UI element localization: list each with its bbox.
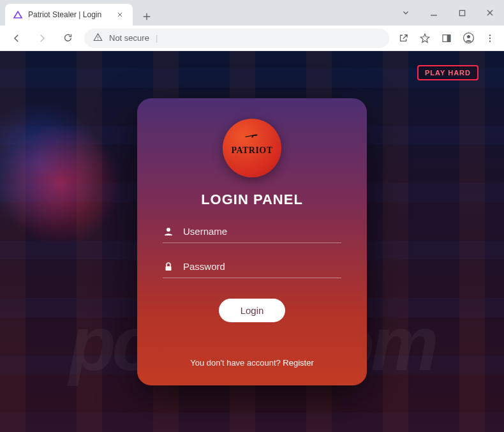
window-maximize-button[interactable] (453, 4, 471, 22)
svg-point-9 (167, 228, 170, 232)
svg-rect-3 (447, 34, 450, 41)
tab-close-button[interactable] (115, 10, 125, 20)
address-security-label: Not secure (109, 33, 149, 43)
kebab-menu-icon[interactable] (484, 32, 496, 45)
browser-tab-strip: Patriot Stealer | Login (0, 0, 504, 26)
new-tab-button[interactable] (138, 8, 156, 26)
profile-avatar-icon[interactable] (462, 32, 475, 45)
svg-rect-0 (459, 10, 464, 15)
not-secure-warning-icon (93, 33, 103, 44)
svg-point-8 (489, 40, 491, 41)
caret-down-icon[interactable] (397, 4, 415, 22)
rifle-icon (244, 133, 260, 139)
login-panel: PATRIOT LOGIN PANEL Login You don't have… (137, 98, 367, 385)
password-field-row (163, 261, 341, 278)
svg-point-7 (489, 37, 491, 38)
side-panel-icon[interactable] (440, 32, 453, 45)
register-link[interactable]: Register (283, 358, 313, 368)
tab-title: Patriot Stealer | Login (28, 10, 101, 19)
window-minimize-button[interactable] (425, 4, 443, 22)
bookmark-star-icon[interactable] (419, 32, 431, 45)
username-input[interactable] (183, 226, 341, 237)
svg-rect-10 (166, 266, 172, 271)
share-icon[interactable] (397, 32, 410, 45)
background-badge: PLAY HARD (417, 65, 478, 80)
address-divider: | (156, 33, 158, 43)
username-field-row (163, 226, 341, 243)
no-account-text: You don't have account? (190, 358, 283, 368)
password-input[interactable] (183, 261, 341, 272)
nav-back-button[interactable] (8, 29, 26, 47)
browser-tab-active[interactable]: Patriot Stealer | Login (5, 4, 133, 26)
nav-reload-button[interactable] (59, 29, 77, 47)
brand-logo: PATRIOT (223, 119, 281, 177)
lock-icon (163, 261, 174, 272)
svg-point-1 (98, 39, 98, 40)
login-button[interactable]: Login (219, 299, 286, 322)
tab-favicon-icon (13, 10, 23, 20)
register-prompt: You don't have account? Register (190, 358, 314, 368)
browser-toolbar: Not secure | (0, 26, 504, 51)
page-viewport: PLAY HARD pcrisk.com PATRIOT LOGIN PANEL (0, 51, 504, 432)
svg-point-6 (489, 34, 491, 36)
brand-name: PATRIOT (231, 145, 272, 156)
panel-title: LOGIN PANEL (201, 191, 303, 208)
svg-point-5 (466, 35, 470, 38)
person-icon (163, 226, 174, 237)
nav-forward-button[interactable] (33, 29, 51, 47)
address-bar[interactable]: Not secure | (84, 29, 389, 48)
window-close-button[interactable] (481, 4, 499, 22)
